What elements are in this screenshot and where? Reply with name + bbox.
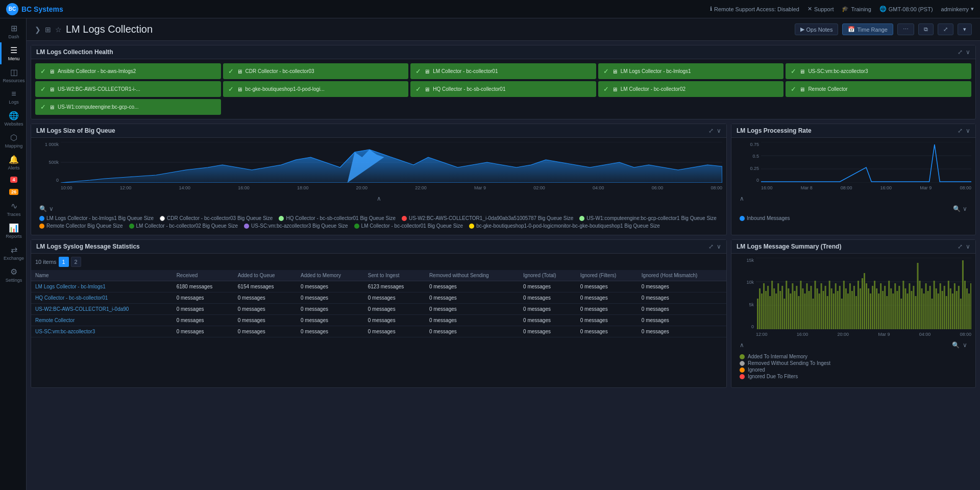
sidebar-item-mapping[interactable]: ⬡ Mapping (0, 130, 26, 152)
sidebar-item-traces[interactable]: ∿ Traces (0, 198, 26, 220)
sidebar-item-dash[interactable]: ⊞ Dash (0, 20, 26, 42)
trend-more-icon[interactable]: ∨ (963, 341, 967, 349)
sidebar-item-exchange[interactable]: ⇄ Exchange (0, 242, 26, 264)
health-item-label-10: US-W1:computeengine:bc-gcp-co... (58, 104, 138, 110)
sidebar-item-menu[interactable]: ☰ Menu (0, 42, 26, 64)
more-button[interactable]: ▾ (958, 23, 972, 35)
health-item-8[interactable]: ✓ 🖥 LM Collector - bc-collector02 (598, 81, 784, 97)
svg-rect-49 (831, 288, 832, 329)
row-2-name-link[interactable]: US-W2:BC-AWS-COLLECTOR1_i-0da90 (35, 306, 129, 312)
health-panel-controls: ⤢ ∨ (958, 48, 970, 56)
health-item-3[interactable]: ✓ 🖥 LM Logs Collector - bc-lmlogs1 (598, 63, 784, 79)
processing-rate-chart-area: 0.75 0.5 0.25 0 (731, 138, 975, 227)
rate-svg (761, 142, 971, 183)
row-3-name-link[interactable]: Remote Collector (35, 317, 75, 323)
collapse-summary-icon[interactable]: ∨ (966, 243, 970, 250)
row-2-sent-ingest: 0 messages (364, 304, 425, 315)
big-queue-x-labels: 10:00 12:00 14:00 16:00 18:00 20:00 22:0… (61, 183, 722, 193)
health-panel-title: LM Logs Collection Health (36, 48, 113, 56)
sidebar-item-alert-count-orange[interactable]: 26 (0, 186, 26, 198)
svg-rect-101 (938, 293, 939, 329)
chart-legend-toggle[interactable]: ∧ (377, 195, 381, 202)
rate-more-icon[interactable]: ∨ (963, 205, 967, 212)
chart-more-icon[interactable]: ∨ (49, 205, 54, 212)
legend-dot-ussc (244, 224, 249, 229)
sidebar-item-logs[interactable]: ≡ Logs (0, 86, 26, 108)
health-item-0[interactable]: ✓ 🖥 Ansible Collector - bc-aws-lmlogs2 (35, 63, 221, 79)
svg-rect-97 (929, 286, 931, 329)
sidebar-label-settings: Settings (6, 278, 22, 283)
sidebar-item-resources[interactable]: ◫ Resources (0, 64, 26, 86)
health-item-7[interactable]: ✓ 🖥 HQ Collector - bc-sb-collector01 (410, 81, 596, 97)
svg-rect-79 (892, 293, 894, 329)
health-item-10[interactable]: ✓ 🖥 US-W1:computeengine:bc-gcp-co... (35, 99, 221, 115)
collapse-queue-icon[interactable]: ∨ (717, 127, 721, 134)
support-link[interactable]: ✕ Support (807, 6, 834, 12)
health-item-1[interactable]: ✓ 🖥 CDR Collector - bc-collector03 (223, 63, 409, 79)
time-range-button[interactable]: 📅 Time Range (842, 23, 893, 35)
row-0-name-link[interactable]: LM Logs Collector - bc-lmlogs1 (35, 284, 106, 289)
trend-x-1600: 16:00 (797, 332, 808, 337)
logo[interactable]: BC BC Systems (6, 3, 63, 15)
health-item-9[interactable]: ✓ 🖥 Remote Collector (786, 81, 971, 97)
sidebar-item-reports[interactable]: 📊 Reports (0, 220, 26, 242)
rate-x-labels: 16:00 Mar 8 08:00 16:00 Mar 9 08:00 (761, 183, 971, 193)
collapse-rate-icon[interactable]: ∨ (966, 127, 970, 134)
chart-zoom-icon[interactable]: 🔍 (39, 205, 47, 212)
page-header: ❯ ⊞ ☆ LM Logs Collection ▶ Ops Notes 📅 T… (27, 18, 980, 41)
legend-label-removed-ingest: Removed Without Sending To Ingest (748, 360, 830, 366)
sidebar-item-websites[interactable]: 🌐 Websites (0, 108, 26, 130)
training-link[interactable]: 🎓 Training (842, 6, 871, 12)
sidebar-item-alert-count-red[interactable]: 4 (0, 174, 26, 186)
expand-queue-icon[interactable]: ⤢ (708, 127, 714, 134)
expand-rate-icon[interactable]: ⤢ (958, 127, 963, 134)
legend-ignored-filters: Ignored Due To Filters (740, 374, 967, 379)
svg-rect-112 (960, 299, 962, 329)
page-2-button[interactable]: 2 (71, 257, 81, 267)
health-item-6[interactable]: ✓ 🖥 bc-gke-boutiqueshop1-0-pod-logi... (223, 81, 409, 97)
row-1-name-link[interactable]: HQ Collector - bc-sb-collector01 (35, 295, 108, 301)
rate-collapse-icon[interactable]: ∧ (740, 195, 744, 202)
page-1-button[interactable]: 1 (59, 257, 69, 267)
svg-rect-21 (773, 288, 775, 329)
health-item-4[interactable]: ✓ 🖥 US-SC:vm:bc-azcollector3 (786, 63, 971, 79)
favorite-star-icon[interactable]: ☆ (55, 26, 62, 34)
sidebar-item-alerts[interactable]: 🔔 Alerts (0, 152, 26, 174)
health-icon-server-7: 🖥 (424, 86, 430, 92)
svg-rect-42 (817, 288, 818, 329)
copy-button[interactable]: ⧉ (918, 23, 934, 35)
health-item-5[interactable]: ✓ 🖥 US-W2:BC-AWS-COLLECTOR1-i-... (35, 81, 221, 97)
ops-notes-button[interactable]: ▶ Ops Notes (795, 23, 839, 35)
collapse-health-icon[interactable]: ∨ (966, 48, 970, 56)
trend-collapse-icon[interactable]: ∧ (740, 341, 744, 349)
trend-zoom-icon[interactable]: 🔍 (952, 341, 960, 349)
expand-health-icon[interactable]: ⤢ (958, 48, 963, 56)
user-menu[interactable]: adminkerry ▾ (941, 6, 974, 12)
row-3-removed: 0 messages (425, 315, 519, 326)
x-label-1800: 18:00 (297, 185, 309, 190)
rate-x-mar8: Mar 8 (801, 185, 813, 190)
main-layout: ⊞ Dash ☰ Menu ◫ Resources ≡ Logs 🌐 Websi… (0, 18, 980, 490)
health-item-label-7: HQ Collector - bc-sb-collector01 (433, 86, 505, 92)
svg-rect-47 (827, 296, 828, 329)
legend-label-added-memory: Added To Internal Memory (748, 354, 807, 359)
row-0-received: 6180 messages (173, 281, 234, 292)
row-4-name-link[interactable]: US-SC:vm:bc-azcollector3 (35, 329, 95, 334)
health-item-label-9: Remote Collector (808, 86, 847, 92)
row-1-received: 0 messages (173, 292, 234, 304)
collapse-syslog-icon[interactable]: ∨ (717, 243, 721, 250)
dots-button[interactable]: ⋯ (897, 23, 914, 35)
row-1-ignored-host: 0 messages (638, 292, 726, 304)
globe-icon: 🌐 (879, 6, 887, 12)
svg-rect-24 (779, 291, 781, 329)
traces-icon: ∿ (11, 201, 17, 211)
rate-zoom-icon[interactable]: 🔍 (953, 205, 961, 212)
health-item-2[interactable]: ✓ 🖥 LM Collector - bc-collector01 (410, 63, 596, 79)
check-icon-10: ✓ (40, 103, 46, 111)
expand-syslog-icon[interactable]: ⤢ (708, 243, 714, 250)
expand-button[interactable]: ⤢ (938, 23, 953, 35)
sidebar-item-settings[interactable]: ⚙ Settings (0, 264, 26, 286)
sidebar-label-alerts: Alerts (8, 165, 19, 170)
expand-summary-icon[interactable]: ⤢ (958, 243, 963, 250)
svg-rect-31 (794, 291, 795, 329)
